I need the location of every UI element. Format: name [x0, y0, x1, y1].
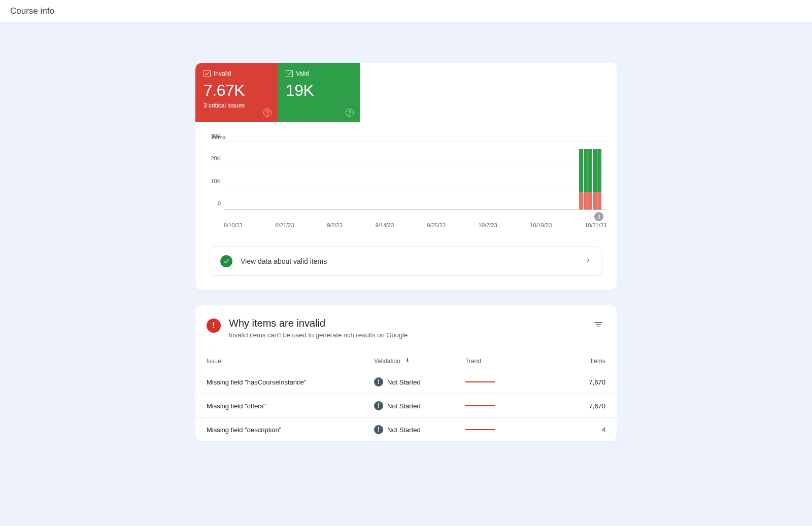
error-icon: !	[207, 319, 221, 333]
xtick: 8/21/23	[276, 222, 294, 228]
xtick: 10/31/23	[585, 222, 606, 228]
chart-plot: 0 10K 20K 30K	[224, 142, 606, 210]
view-valid-items-link[interactable]: View data about valid items	[210, 247, 602, 276]
chart-bar[interactable]	[593, 149, 597, 209]
xtick: 9/25/23	[427, 222, 446, 228]
page-title: Course info	[10, 6, 54, 16]
chart-badge[interactable]: 3	[594, 212, 603, 221]
trend-sparkline	[465, 405, 547, 406]
xtick: 10/19/23	[530, 222, 552, 228]
table-row[interactable]: Missing field "description" ! Not Starte…	[195, 417, 617, 441]
items-count: 7,670	[547, 378, 605, 386]
col-validation-header[interactable]: Validation	[374, 357, 465, 365]
ytick: 0	[206, 200, 221, 206]
summary-tabs: Invalid 7.67K 3 critical issues ? Valid …	[195, 63, 617, 122]
page-header: Course info	[0, 0, 812, 22]
main-content: Invalid 7.67K 3 critical issues ? Valid …	[195, 63, 617, 462]
items-chart: Items 0 10K 20K 30K 3 8/10/23 8/21/23 9/…	[195, 122, 617, 233]
valid-checkbox-icon[interactable]	[286, 70, 293, 77]
issue-name: Missing field "description"	[207, 426, 374, 434]
filter-icon[interactable]	[591, 318, 605, 334]
table-header: Issue Validation Trend Items	[195, 348, 617, 370]
summary-card: Invalid 7.67K 3 critical issues ? Valid …	[195, 63, 617, 290]
chart-xaxis: 3 8/10/23 8/21/23 9/2/23 9/14/23 9/25/23…	[224, 210, 606, 228]
valid-label: Valid	[296, 70, 309, 77]
items-count: 7,670	[547, 402, 605, 410]
valid-count: 19K	[286, 81, 352, 100]
status-icon: !	[374, 401, 383, 410]
table-row[interactable]: Missing field "offers" ! Not Started 7,6…	[195, 394, 617, 417]
issue-name: Missing field "hasCourseInstance"	[207, 378, 374, 386]
invalid-sub: 3 critical issues	[204, 102, 269, 109]
ytick: 20K	[206, 155, 221, 161]
help-icon[interactable]: ?	[263, 109, 272, 117]
invalid-issues-card: ! Why items are invalid Invalid items ca…	[195, 305, 617, 441]
invalid-section-title: Why items are invalid	[229, 318, 408, 329]
col-issue-header[interactable]: Issue	[207, 358, 374, 365]
chart-ylabel: Items	[212, 134, 606, 140]
trend-sparkline	[465, 381, 547, 382]
table-row[interactable]: Missing field "hasCourseInstance" ! Not …	[195, 370, 617, 394]
chart-bar[interactable]	[584, 149, 588, 209]
invalid-checkbox-icon[interactable]	[204, 70, 211, 77]
help-icon[interactable]: ?	[346, 109, 354, 117]
chart-bar[interactable]	[588, 149, 592, 209]
view-valid-items-label: View data about valid items	[241, 257, 577, 265]
items-count: 4	[547, 426, 605, 434]
trend-sparkline	[465, 429, 547, 430]
xtick: 9/14/23	[376, 222, 394, 228]
status-icon: !	[374, 425, 383, 434]
chart-bar[interactable]	[597, 149, 601, 209]
validation-status: ! Not Started	[374, 401, 465, 410]
chevron-right-icon	[585, 257, 592, 266]
sort-down-icon	[404, 357, 411, 365]
invalid-section-sub: Invalid items can't be used to generate …	[229, 331, 408, 339]
invalid-label: Invalid	[214, 70, 231, 77]
xtick: 10/7/23	[479, 222, 497, 228]
check-circle-icon	[220, 255, 232, 267]
ytick: 30K	[206, 133, 221, 139]
xtick: 9/2/23	[327, 222, 343, 228]
validation-status: ! Not Started	[374, 377, 465, 387]
xtick: 8/10/23	[224, 222, 243, 228]
valid-tab[interactable]: Valid 19K ?	[278, 63, 360, 122]
issue-name: Missing field "offers"	[207, 402, 374, 410]
issues-table: Issue Validation Trend Items Missing fie…	[195, 348, 617, 441]
validation-status: ! Not Started	[374, 425, 465, 434]
chart-bar[interactable]	[579, 149, 583, 209]
invalid-count: 7.67K	[204, 81, 269, 100]
col-trend-header[interactable]: Trend	[465, 358, 547, 365]
invalid-tab[interactable]: Invalid 7.67K 3 critical issues ?	[195, 63, 278, 122]
status-icon: !	[374, 377, 383, 387]
ytick: 10K	[206, 178, 221, 184]
col-items-header[interactable]: Items	[547, 358, 605, 365]
